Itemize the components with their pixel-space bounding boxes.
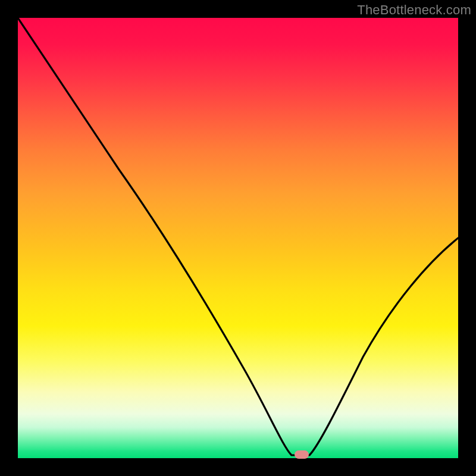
plot-area xyxy=(18,18,458,458)
chart-frame: TheBottleneck.com xyxy=(0,0,476,476)
optimum-marker xyxy=(295,450,309,459)
watermark-text: TheBottleneck.com xyxy=(357,2,471,18)
bottleneck-curve xyxy=(18,18,458,455)
curve-svg xyxy=(18,18,458,458)
